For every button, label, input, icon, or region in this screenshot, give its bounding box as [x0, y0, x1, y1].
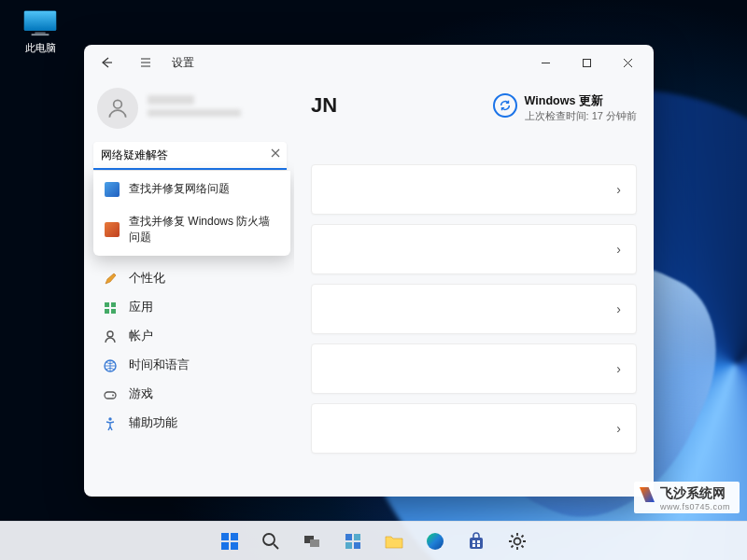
widgets-icon	[343, 531, 363, 552]
settings-card[interactable]: ›	[311, 164, 637, 215]
suggestion-network-troubleshoot[interactable]: 查找并修复网络问题	[93, 173, 290, 205]
brush-icon	[103, 272, 118, 287]
svg-rect-23	[354, 534, 360, 540]
svg-rect-29	[477, 540, 480, 543]
settings-window: 设置	[84, 45, 654, 497]
window-title: 设置	[172, 55, 194, 71]
windows-update-widget[interactable]: Windows 更新 上次检查时间: 17 分钟前	[493, 93, 637, 123]
svg-rect-2	[35, 32, 45, 34]
chevron-right-icon: ›	[616, 242, 621, 257]
titlebar: 设置	[84, 45, 654, 80]
svg-rect-22	[345, 534, 352, 540]
minimize-button[interactable]	[525, 49, 566, 77]
chevron-right-icon: ›	[616, 421, 621, 436]
sync-icon	[493, 93, 517, 118]
minimize-icon	[541, 58, 551, 68]
svg-point-19	[263, 534, 275, 545]
taskbar-settings[interactable]	[500, 525, 535, 557]
svg-rect-24	[345, 542, 352, 549]
svg-rect-3	[32, 34, 49, 35]
clock-globe-icon	[103, 358, 118, 373]
svg-rect-30	[472, 544, 475, 547]
svg-rect-31	[477, 544, 480, 547]
svg-rect-9	[111, 309, 116, 314]
svg-point-32	[514, 538, 521, 544]
svg-rect-6	[105, 302, 109, 307]
sidebar-item-games[interactable]: 游戏	[93, 380, 294, 409]
sidebar-item-accessibility[interactable]: 辅助功能	[93, 409, 294, 438]
firewall-troubleshoot-icon	[105, 222, 120, 237]
settings-card[interactable]: ›	[311, 343, 637, 394]
gear-icon	[507, 531, 528, 552]
sidebar-item-apps[interactable]: 应用	[93, 293, 294, 322]
watermark-url: www.fs0745.com	[660, 502, 730, 511]
svg-rect-15	[221, 533, 229, 540]
sidebar-item-label: 辅助功能	[129, 415, 177, 431]
update-title: Windows 更新	[525, 93, 637, 109]
desktop-icon-label: 此电脑	[13, 41, 67, 55]
sidebar: 查找并修复网络问题 查找并修复 Windows 防火墙问题 网络 & Inter…	[84, 80, 294, 497]
settings-card[interactable]: ›	[311, 284, 637, 334]
back-button[interactable]	[93, 49, 120, 76]
close-button[interactable]	[607, 49, 648, 77]
sidebar-item-accounts[interactable]: 帐户	[93, 322, 294, 351]
network-troubleshoot-icon	[105, 182, 120, 197]
svg-rect-17	[221, 542, 229, 550]
start-button[interactable]	[212, 525, 247, 557]
settings-card[interactable]: ›	[311, 224, 637, 274]
search-clear-button[interactable]	[270, 147, 281, 161]
sidebar-item-label: 个性化	[129, 271, 165, 287]
svg-point-14	[108, 417, 111, 420]
apps-icon	[103, 301, 118, 315]
svg-point-13	[112, 394, 114, 396]
svg-rect-7	[111, 302, 116, 307]
svg-rect-12	[105, 392, 116, 399]
svg-point-10	[107, 331, 113, 337]
svg-rect-16	[231, 533, 238, 540]
taskbar-search[interactable]	[253, 525, 289, 557]
taskbar-store[interactable]	[458, 525, 494, 557]
taskbar-widgets[interactable]	[335, 525, 371, 557]
profile-block[interactable]	[93, 84, 294, 142]
suggestion-label: 查找并修复网络问题	[129, 181, 230, 197]
svg-rect-28	[472, 540, 475, 543]
sidebar-item-personalization[interactable]: 个性化	[93, 264, 294, 293]
folder-icon	[384, 531, 404, 552]
suggestion-firewall-troubleshoot[interactable]: 查找并修复 Windows 防火墙问题	[93, 205, 290, 254]
chevron-right-icon: ›	[616, 301, 621, 316]
sidebar-item-label: 游戏	[129, 386, 153, 402]
desktop-icon-this-pc[interactable]: 此电脑	[13, 9, 67, 55]
main-content: JN Windows 更新 上次检查时间: 17 分钟前 › › › › ›	[294, 80, 654, 497]
watermark-title: 飞沙系统网	[660, 485, 726, 500]
maximize-button[interactable]	[566, 49, 607, 77]
search-input[interactable]	[93, 142, 287, 170]
chevron-right-icon: ›	[616, 361, 621, 376]
taskview-icon	[302, 531, 322, 552]
svg-point-5	[114, 100, 122, 108]
svg-point-26	[427, 533, 444, 550]
taskbar-taskview[interactable]	[294, 525, 330, 557]
sidebar-item-label: 帐户	[129, 329, 153, 344]
svg-rect-1	[24, 11, 56, 31]
svg-rect-4	[583, 59, 590, 66]
accessibility-icon	[103, 416, 118, 431]
hamburger-icon	[139, 56, 152, 69]
svg-rect-25	[354, 542, 360, 549]
person-icon	[103, 329, 118, 344]
windows-logo-icon	[219, 531, 240, 552]
taskbar-explorer[interactable]	[376, 525, 412, 557]
chevron-right-icon: ›	[616, 182, 621, 197]
svg-rect-18	[231, 542, 238, 550]
sidebar-item-label: 时间和语言	[129, 357, 190, 373]
menu-button[interactable]	[133, 49, 159, 76]
avatar	[97, 88, 138, 129]
taskbar-edge[interactable]	[417, 525, 453, 557]
arrow-left-icon	[100, 56, 113, 69]
profile-name-redacted	[148, 95, 290, 121]
settings-card[interactable]: ›	[311, 403, 637, 454]
sidebar-item-time-language[interactable]: 时间和语言	[93, 351, 294, 380]
monitor-icon	[22, 9, 58, 37]
search-icon	[261, 531, 281, 552]
edge-icon	[425, 531, 445, 552]
svg-rect-8	[105, 309, 109, 314]
